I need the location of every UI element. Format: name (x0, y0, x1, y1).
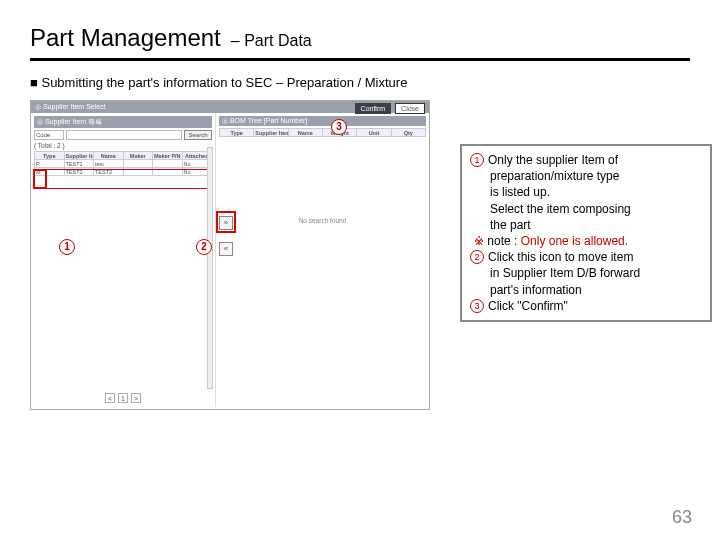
supplier-item-table: Type Supplier Item Code Name Maker Maker… (34, 151, 212, 176)
section-subtitle: ■ Submitting the part's information to S… (30, 75, 690, 90)
bom-col-code: Supplier Item Code (254, 129, 288, 137)
note-icon: ※ (474, 234, 484, 248)
bom-col-unit: Unit (357, 129, 391, 137)
left-panel-title: ◎ Supplier Item 목록 (34, 116, 212, 128)
no-data-label: No search found (219, 217, 426, 224)
col-name: Name (94, 152, 124, 160)
bom-table: Type Supplier Item Code Name Weight Unit… (219, 128, 426, 137)
instructions-box: 1Only the supplier Item of preparation/m… (460, 144, 712, 322)
callout-1: 1 (59, 239, 75, 255)
info-marker-2: 2 (470, 250, 484, 264)
title-divider (30, 58, 690, 61)
move-forward-button[interactable]: » (219, 216, 233, 230)
right-panel-title: ◎ BOM Tree [Part Number] (219, 116, 426, 126)
pager: < 1 > (105, 393, 141, 403)
title-main: Part Management (30, 24, 221, 52)
bom-col-type: Type (220, 129, 254, 137)
bom-col-qty: Qty (391, 129, 425, 137)
search-input[interactable] (66, 130, 182, 140)
pager-prev[interactable]: < (105, 393, 115, 403)
bom-tree-panel: ◎ BOM Tree [Part Number] Type Supplier I… (216, 113, 429, 407)
callout-2: 2 (196, 239, 212, 255)
app-screenshot: ◎ Supplier Item Select Confirm Close ◎ S… (30, 100, 430, 410)
table-row[interactable]: M TEST2 TEST2 No (35, 168, 212, 176)
col-code: Supplier Item Code (64, 152, 94, 160)
page-title: Part Management – Part Data (30, 24, 690, 52)
table-row[interactable]: P TEST1 test No (35, 160, 212, 168)
info-marker-1: 1 (470, 153, 484, 167)
col-maker: Maker (123, 152, 153, 160)
total-count-label: ( Total : 2 ) (34, 142, 212, 149)
info-marker-3: 3 (470, 299, 484, 313)
pager-page[interactable]: 1 (118, 393, 128, 403)
col-makerpn: Maker P/N (153, 152, 183, 160)
search-button[interactable]: Search (184, 130, 212, 140)
page-number: 63 (672, 507, 692, 528)
bom-col-name: Name (288, 129, 322, 137)
callout-3: 3 (331, 119, 347, 135)
code-select[interactable]: Code (34, 130, 64, 140)
move-back-button[interactable]: « (219, 242, 233, 256)
scrollbar[interactable] (207, 147, 213, 389)
pager-next[interactable]: > (131, 393, 141, 403)
supplier-item-panel: ◎ Supplier Item 목록 Code Search ( Total :… (31, 113, 216, 407)
title-sub: – Part Data (231, 32, 312, 50)
col-type: Type (35, 152, 65, 160)
